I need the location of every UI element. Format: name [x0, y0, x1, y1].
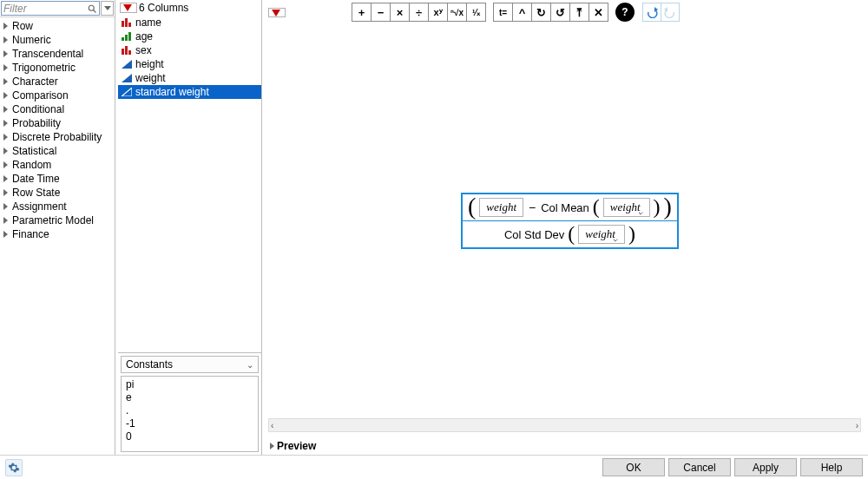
- numerator[interactable]: ( weight − Col Mean ( weight⌵ ) ): [463, 194, 677, 220]
- formula-canvas[interactable]: ( weight − Col Mean ( weight⌵ ) ) Col St…: [268, 28, 861, 417]
- svg-point-0: [89, 5, 94, 10]
- category-item[interactable]: Assignment: [0, 200, 115, 213]
- columns-menu-button[interactable]: [120, 3, 137, 13]
- svg-rect-8: [122, 49, 124, 55]
- preview-row: Preview: [265, 436, 868, 455]
- svg-rect-2: [122, 21, 124, 27]
- peel-button[interactable]: ↻: [531, 3, 551, 22]
- constants-dropdown[interactable]: Constants ⌄: [121, 356, 259, 373]
- redo-button[interactable]: [661, 3, 680, 22]
- svg-marker-12: [122, 74, 132, 82]
- category-item[interactable]: Probability: [0, 116, 115, 130]
- root-button[interactable]: ⁿ√x: [447, 3, 467, 22]
- column-item[interactable]: standard weight: [118, 85, 261, 99]
- filter-placeholder: Filter: [3, 3, 87, 15]
- formula-expression[interactable]: ( weight − Col Mean ( weight⌵ ) ) Col St…: [461, 193, 679, 249]
- denominator[interactable]: Col Std Dev ( weight⌵ ): [463, 221, 677, 247]
- horizontal-scrollbar[interactable]: ‹ ›: [268, 418, 861, 432]
- category-item[interactable]: Numeric: [0, 33, 115, 47]
- category-item[interactable]: Comparison: [0, 89, 115, 102]
- help-button[interactable]: ?: [615, 3, 635, 22]
- column-item[interactable]: sex: [118, 43, 261, 57]
- category-item[interactable]: Random: [0, 158, 115, 172]
- category-item[interactable]: Statistical: [0, 144, 115, 158]
- formula-panel: + − × ÷ xʸ ⁿ√x ¹⁄ₓ t= ^ ↻ ↺ ⤒ ✕ ?: [265, 0, 868, 455]
- minus-button[interactable]: −: [371, 3, 391, 22]
- disclosure-icon: [3, 78, 8, 85]
- undo-button[interactable]: [642, 3, 661, 22]
- svg-rect-3: [125, 18, 128, 27]
- dialog-buttons: OK Cancel Apply Help: [602, 458, 863, 476]
- columns-header: 6 Columns: [118, 0, 261, 16]
- red-triangle-icon: [123, 4, 132, 11]
- local-var-button[interactable]: t=: [493, 3, 513, 22]
- category-item[interactable]: Discrete Probability: [0, 130, 115, 144]
- svg-rect-10: [128, 50, 131, 55]
- disclosure-icon: [3, 217, 8, 224]
- scroll-left-icon[interactable]: ‹: [271, 421, 273, 430]
- constant-item[interactable]: -1: [126, 417, 253, 430]
- delete-button[interactable]: ✕: [589, 3, 608, 22]
- redo-icon: [663, 6, 677, 18]
- svg-rect-5: [122, 37, 124, 41]
- paren-open-icon: (: [593, 197, 600, 216]
- disclosure-icon: [3, 64, 8, 71]
- category-list[interactable]: Row Numeric Transcendental Trigonometric…: [0, 17, 115, 455]
- column-item[interactable]: age: [118, 30, 261, 43]
- paren-open-icon: (: [568, 224, 575, 243]
- reciprocal-button[interactable]: ¹⁄ₓ: [466, 3, 486, 22]
- disclosure-icon[interactable]: [270, 443, 274, 449]
- constants-list[interactable]: pi e . -1 0: [121, 376, 259, 452]
- constant-item[interactable]: e: [126, 391, 253, 404]
- category-item[interactable]: Row: [0, 19, 115, 33]
- scroll-right-icon[interactable]: ›: [856, 421, 858, 430]
- insert-button[interactable]: ^: [512, 3, 532, 22]
- category-item[interactable]: Conditional: [0, 102, 115, 116]
- ordinal-icon: [122, 32, 132, 41]
- category-item[interactable]: Row State: [0, 186, 115, 200]
- operator-group: + − × ÷ xʸ ⁿ√x ¹⁄ₓ: [352, 3, 486, 22]
- category-item[interactable]: Date Time: [0, 172, 115, 186]
- category-item[interactable]: Finance: [0, 227, 115, 241]
- power-button[interactable]: xʸ: [428, 3, 448, 22]
- apply-button[interactable]: Apply: [734, 458, 797, 476]
- ok-button[interactable]: OK: [602, 458, 665, 476]
- constant-item[interactable]: 0: [126, 430, 253, 443]
- disclosure-icon: [3, 203, 8, 210]
- column-item[interactable]: weight: [118, 71, 261, 85]
- column-token[interactable]: weight⌵: [603, 198, 650, 217]
- disclosure-icon: [3, 175, 8, 182]
- column-token[interactable]: weight: [479, 198, 523, 217]
- formula-menu-button[interactable]: [268, 8, 286, 17]
- preview-label[interactable]: Preview: [277, 440, 316, 452]
- swap-button[interactable]: ↺: [550, 3, 570, 22]
- category-item[interactable]: Character: [0, 75, 115, 89]
- search-icon: [87, 3, 97, 14]
- multiply-button[interactable]: ×: [390, 3, 410, 22]
- column-item[interactable]: name: [118, 16, 261, 30]
- svg-rect-9: [125, 46, 128, 55]
- disclosure-icon: [3, 189, 8, 196]
- divide-button[interactable]: ÷: [409, 3, 429, 22]
- continuous-formula-icon: [122, 88, 132, 96]
- category-item[interactable]: Transcendental: [0, 47, 115, 61]
- filter-input[interactable]: Filter: [1, 1, 100, 16]
- cancel-button[interactable]: Cancel: [668, 458, 731, 476]
- category-item[interactable]: Parametric Model: [0, 213, 115, 227]
- column-token[interactable]: weight⌵: [578, 225, 625, 244]
- constant-item[interactable]: pi: [126, 378, 253, 391]
- disclosure-icon: [3, 92, 8, 99]
- select-up-button[interactable]: ⤒: [569, 3, 589, 22]
- column-item[interactable]: height: [118, 57, 261, 71]
- plus-button[interactable]: +: [352, 3, 372, 22]
- category-item[interactable]: Trigonometric: [0, 61, 115, 75]
- help-button[interactable]: Help: [800, 458, 863, 476]
- constant-item[interactable]: .: [126, 404, 253, 417]
- filter-row: Filter: [0, 0, 115, 17]
- settings-button[interactable]: [5, 459, 23, 476]
- disclosure-icon: [3, 120, 8, 127]
- filter-dropdown[interactable]: [101, 1, 114, 16]
- paren-close-icon: ): [664, 197, 672, 216]
- chevron-down-icon: [104, 6, 111, 10]
- column-list[interactable]: name age sex height weight standard weig…: [118, 16, 261, 352]
